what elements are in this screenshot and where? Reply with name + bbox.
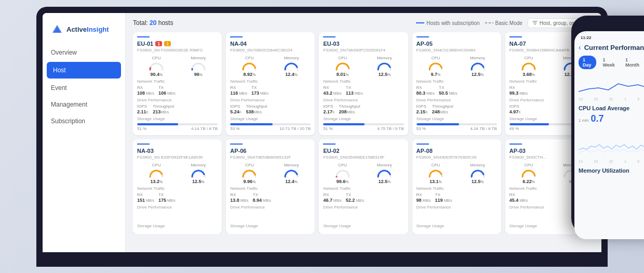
phone-screen: 11:22 ●●● ▲ ‹ Current Performance 1 Day … xyxy=(574,31,644,239)
cpu-val-row: 1 min 0.7 xyxy=(579,113,644,124)
toolbar: Total: 20 hosts Hosts with subscription … xyxy=(133,18,594,28)
sidebar-item-event[interactable]: Event xyxy=(43,80,125,96)
tab-1month[interactable]: 1 Month xyxy=(621,56,643,69)
legend-dot-basic xyxy=(485,22,493,23)
hosts-grid: EU-01 11 FS3600_SN F02080G0D2E R98FC CPU… xyxy=(133,32,594,234)
host-card[interactable]: AP-05 FS3600_SN4C013B804C00484 CPU 9.7% … xyxy=(412,32,501,135)
laptop: M ActiveInsight Overview Host Event Mana… xyxy=(36,7,608,267)
sidebar-item-overview[interactable]: Overview xyxy=(43,44,125,61)
time-tabs: 1 Day 1 Week 1 Month 6 Month xyxy=(579,56,644,69)
legend-subscription: Hosts with subscription xyxy=(416,20,479,26)
host-card[interactable]: NA-04 FS3600_SN70800CD848C381D4 CPU 8.92… xyxy=(226,32,315,135)
host-card[interactable]: NA-03 FS3600_SN B33FD832F9E1A8036 CPU 13… xyxy=(133,139,222,234)
cpu-chart: 1.21.00.80.60.40.2 xyxy=(579,126,644,158)
phone: 11:22 ●●● ▲ ‹ Current Performance 1 Day … xyxy=(571,16,644,234)
sidebar-item-subscription[interactable]: Subscription xyxy=(43,113,125,129)
logo: ActiveInsight xyxy=(43,19,125,44)
cpu-section-title: CPU Load Average xyxy=(579,105,644,111)
total-hosts-label: Total: 20 hosts xyxy=(133,19,173,27)
sidebar-item-management[interactable]: Management xyxy=(43,96,125,113)
filter-icon xyxy=(532,20,538,25)
chart-svg-top xyxy=(579,73,644,94)
host-card[interactable]: EU-01 11 FS3600_SN F02080G0D2E R98FC CPU… xyxy=(133,32,222,135)
phone-title: Current Performance xyxy=(584,44,644,51)
phone-notch xyxy=(608,21,639,29)
legend-dot-subscription xyxy=(416,22,424,23)
host-card[interactable]: EU-02 FS3600_SN035468EE158B319F CPU 99.6… xyxy=(319,139,408,234)
logo-icon xyxy=(51,23,63,36)
host-card[interactable]: EU-03 FS3600_SN79A500PC020D81F4 CPU 8.01… xyxy=(319,32,408,135)
main-content: Total: 20 hosts Hosts with subscription … xyxy=(126,13,601,252)
cpu-big-value: 0.7 xyxy=(591,113,604,124)
chart-area-top xyxy=(579,73,644,94)
chart-axis-top: 13192216912 xyxy=(579,97,644,101)
tab-1day[interactable]: 1 Day xyxy=(579,56,596,69)
legend-basic: Basic Mode xyxy=(485,20,522,26)
sidebar-item-host[interactable]: Host xyxy=(47,62,121,79)
phone-time: 11:22 xyxy=(581,35,591,40)
phone-header: ‹ Current Performance xyxy=(579,43,644,51)
tab-1week[interactable]: 1 Week xyxy=(598,56,619,69)
cpu-axis: 13192216912 xyxy=(579,160,644,163)
phone-back-button[interactable]: ‹ xyxy=(579,43,581,51)
laptop-screen: ActiveInsight Overview Host Event Manage… xyxy=(43,13,601,252)
sidebar: ActiveInsight Overview Host Event Manage… xyxy=(43,13,126,252)
host-card[interactable]: AP-08 FS3600_SN4308357876300C00 CPU 13.1… xyxy=(412,139,501,234)
cpu-min-label: 1 min xyxy=(579,118,589,123)
phone-status-bar: 11:22 ●●● ▲ xyxy=(579,35,644,40)
cpu-chart-svg xyxy=(579,126,644,158)
memory-section-title: Memory Utilization xyxy=(579,167,644,174)
toolbar-right: Hosts with subscription Basic Mode Host,… xyxy=(416,18,594,28)
logo-text: ActiveInsight xyxy=(66,25,109,33)
host-card[interactable]: AP-06 FS3600_SN470B53B86365132F CPU 9.96… xyxy=(226,139,315,234)
